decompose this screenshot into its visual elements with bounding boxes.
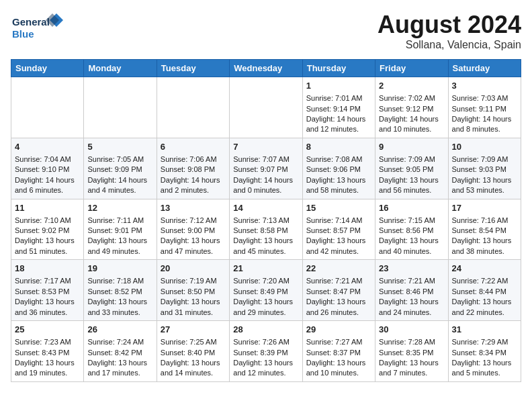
- day-info: Daylight: 14 hours: [15, 175, 80, 185]
- svg-text:Blue: Blue: [12, 28, 34, 40]
- day-info: and 22 minutes.: [452, 308, 517, 318]
- table-cell: 27Sunrise: 7:25 AMSunset: 8:40 PMDayligh…: [157, 321, 229, 382]
- title-block: August 2024 Sollana, Valencia, Spain: [378, 11, 521, 51]
- table-cell: 29Sunrise: 7:27 AMSunset: 8:37 PMDayligh…: [302, 321, 375, 382]
- day-info: and 17 minutes.: [87, 368, 152, 378]
- header-saturday: Saturday: [448, 60, 521, 77]
- day-info: Sunset: 8:46 PM: [379, 287, 444, 297]
- day-info: Sunset: 8:49 PM: [233, 287, 298, 297]
- day-info: Sunrise: 7:25 AM: [161, 337, 226, 347]
- day-info: and 14 minutes.: [161, 368, 226, 378]
- day-number: 8: [306, 141, 371, 153]
- day-info: Sunset: 8:35 PM: [379, 348, 444, 358]
- table-cell: 8Sunrise: 7:08 AMSunset: 9:06 PMDaylight…: [302, 138, 375, 199]
- table-cell: 16Sunrise: 7:15 AMSunset: 8:56 PMDayligh…: [375, 199, 448, 260]
- day-info: and 58 minutes.: [306, 185, 371, 195]
- day-info: Sunrise: 7:22 AM: [452, 276, 517, 286]
- day-info: Sunrise: 7:08 AM: [306, 154, 371, 165]
- table-cell: 7Sunrise: 7:07 AMSunset: 9:07 PMDaylight…: [230, 138, 302, 199]
- day-info: and 26 minutes.: [306, 308, 371, 318]
- location-subtitle: Sollana, Valencia, Spain: [378, 39, 521, 51]
- day-number: 28: [233, 324, 298, 336]
- day-number: 27: [161, 324, 226, 336]
- day-info: and 0 minutes.: [233, 185, 298, 195]
- day-info: Sunrise: 7:02 AM: [379, 93, 444, 103]
- table-cell: 12Sunrise: 7:11 AMSunset: 9:01 PMDayligh…: [84, 199, 157, 260]
- header-sunday: Sunday: [11, 60, 84, 77]
- day-info: Sunrise: 7:16 AM: [452, 216, 517, 226]
- day-info: Daylight: 13 hours: [87, 358, 152, 368]
- header-tuesday: Tuesday: [157, 60, 229, 77]
- day-info: Sunset: 9:03 PM: [452, 165, 517, 175]
- day-info: and 40 minutes.: [379, 246, 444, 257]
- day-info: Daylight: 13 hours: [15, 236, 80, 246]
- day-info: Daylight: 13 hours: [306, 175, 371, 185]
- day-info: Daylight: 13 hours: [87, 297, 152, 307]
- day-number: 5: [87, 141, 152, 153]
- day-info: Daylight: 13 hours: [233, 358, 298, 368]
- table-cell: 31Sunrise: 7:29 AMSunset: 8:34 PMDayligh…: [448, 321, 521, 382]
- day-info: and 6 minutes.: [15, 185, 80, 195]
- table-cell: [157, 77, 229, 138]
- day-number: 7: [233, 141, 298, 153]
- day-info: Sunset: 9:14 PM: [306, 104, 371, 114]
- day-info: Sunrise: 7:12 AM: [161, 216, 226, 226]
- day-info: Sunrise: 7:14 AM: [306, 216, 371, 226]
- day-info: Sunrise: 7:11 AM: [87, 216, 152, 226]
- day-info: and 56 minutes.: [379, 185, 444, 195]
- day-info: Sunset: 9:02 PM: [15, 226, 80, 236]
- day-info: and 53 minutes.: [452, 185, 517, 195]
- day-info: Daylight: 14 hours: [306, 114, 371, 124]
- day-number: 12: [87, 202, 152, 214]
- day-number: 14: [233, 202, 298, 214]
- day-info: and 31 minutes.: [161, 308, 226, 318]
- day-info: Daylight: 13 hours: [452, 358, 517, 368]
- day-info: Sunset: 8:56 PM: [379, 226, 444, 236]
- table-cell: 11Sunrise: 7:10 AMSunset: 9:02 PMDayligh…: [11, 199, 84, 260]
- day-info: and 4 minutes.: [87, 185, 152, 195]
- day-info: and 51 minutes.: [15, 246, 80, 257]
- day-info: Sunset: 9:06 PM: [306, 165, 371, 175]
- day-info: Daylight: 13 hours: [452, 236, 517, 246]
- day-info: Sunrise: 7:10 AM: [15, 216, 80, 226]
- day-number: 3: [452, 80, 517, 92]
- day-info: and 8 minutes.: [452, 124, 517, 134]
- day-info: Sunrise: 7:03 AM: [452, 93, 517, 103]
- day-info: Daylight: 13 hours: [161, 236, 226, 246]
- day-info: and 19 minutes.: [15, 368, 80, 378]
- calendar-week-row: 1Sunrise: 7:01 AMSunset: 9:14 PMDaylight…: [11, 77, 521, 138]
- svg-text:General: General: [12, 16, 50, 28]
- day-number: 22: [306, 263, 371, 275]
- logo: General Blue: [11, 11, 64, 43]
- day-info: Sunset: 8:44 PM: [452, 287, 517, 297]
- day-number: 6: [161, 141, 226, 153]
- calendar-week-row: 25Sunrise: 7:23 AMSunset: 8:43 PMDayligh…: [11, 321, 521, 382]
- table-cell: [11, 77, 84, 138]
- day-info: Sunset: 9:00 PM: [161, 226, 226, 236]
- table-cell: 2Sunrise: 7:02 AMSunset: 9:12 PMDaylight…: [375, 77, 448, 138]
- logo-svg: General Blue: [11, 11, 64, 43]
- day-info: and 36 minutes.: [15, 308, 80, 318]
- day-info: Daylight: 14 hours: [379, 114, 444, 124]
- table-cell: 28Sunrise: 7:26 AMSunset: 8:39 PMDayligh…: [230, 321, 302, 382]
- table-cell: 21Sunrise: 7:20 AMSunset: 8:49 PMDayligh…: [230, 260, 302, 321]
- day-info: Sunrise: 7:15 AM: [379, 216, 444, 226]
- day-info: Daylight: 13 hours: [87, 236, 152, 246]
- table-cell: 14Sunrise: 7:13 AMSunset: 8:58 PMDayligh…: [230, 199, 302, 260]
- table-cell: [230, 77, 302, 138]
- day-info: Sunrise: 7:21 AM: [306, 276, 371, 286]
- table-cell: 3Sunrise: 7:03 AMSunset: 9:11 PMDaylight…: [448, 77, 521, 138]
- calendar-week-row: 4Sunrise: 7:04 AMSunset: 9:10 PMDaylight…: [11, 138, 521, 199]
- table-cell: 5Sunrise: 7:05 AMSunset: 9:09 PMDaylight…: [84, 138, 157, 199]
- day-number: 19: [87, 263, 152, 275]
- day-info: Sunset: 8:47 PM: [306, 287, 371, 297]
- day-info: and 10 minutes.: [306, 368, 371, 378]
- header-monday: Monday: [84, 60, 157, 77]
- table-cell: 23Sunrise: 7:21 AMSunset: 8:46 PMDayligh…: [375, 260, 448, 321]
- table-cell: 4Sunrise: 7:04 AMSunset: 9:10 PMDaylight…: [11, 138, 84, 199]
- day-info: Daylight: 14 hours: [233, 175, 298, 185]
- day-info: and 33 minutes.: [87, 308, 152, 318]
- day-info: Daylight: 13 hours: [379, 297, 444, 307]
- day-info: Sunrise: 7:17 AM: [15, 276, 80, 286]
- day-info: Sunrise: 7:07 AM: [233, 154, 298, 165]
